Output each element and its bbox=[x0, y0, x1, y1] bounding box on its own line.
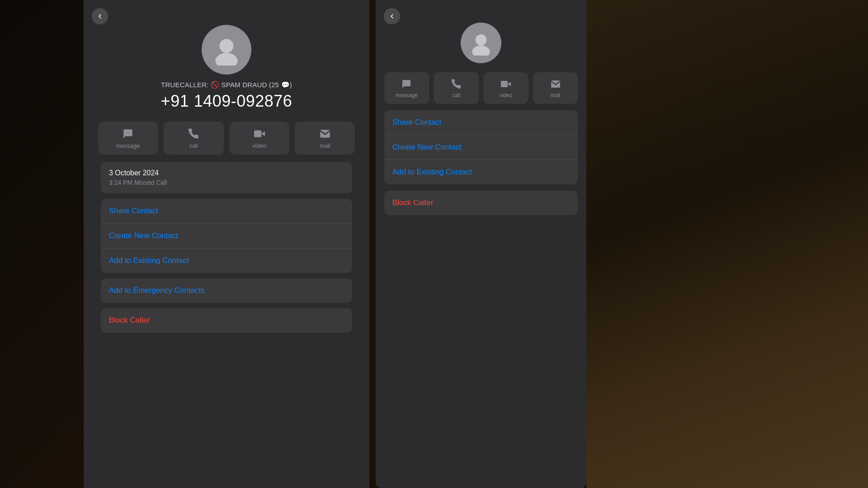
svg-rect-7 bbox=[501, 81, 508, 87]
video-button-left[interactable]: video bbox=[229, 122, 289, 155]
phone-panel-right: message call video mail Share Contact Cr… bbox=[376, 0, 586, 488]
create-new-contact-left[interactable]: Create New Contact bbox=[101, 224, 352, 249]
share-contact-left[interactable]: Share Contact bbox=[101, 199, 352, 224]
action-buttons-left: message call video mail bbox=[98, 122, 355, 155]
call-log: 3 October 2024 3:24 PM Missed Call bbox=[101, 162, 352, 193]
video-label-left: video bbox=[252, 142, 266, 149]
contact-actions-group-left: Share Contact Create New Contact Add to … bbox=[101, 199, 352, 273]
message-button-right[interactable]: message bbox=[384, 72, 429, 104]
action-buttons-right: message call video mail bbox=[384, 72, 578, 104]
call-label-left: call bbox=[189, 142, 198, 149]
svg-marker-6 bbox=[508, 82, 511, 86]
call-time-status: 3:24 PM Missed Call bbox=[109, 179, 344, 186]
block-caller-group-right: Block Caller bbox=[384, 191, 578, 215]
mail-label-left: mail bbox=[320, 142, 330, 149]
create-new-contact-right[interactable]: Create New Contact bbox=[384, 135, 578, 160]
back-button-left[interactable] bbox=[92, 8, 108, 24]
mail-button-right[interactable]: mail bbox=[533, 72, 578, 104]
panel-gap bbox=[369, 0, 373, 488]
back-button-right[interactable] bbox=[384, 8, 400, 24]
svg-point-5 bbox=[472, 46, 490, 56]
missed-call-label: Missed Call bbox=[134, 179, 167, 186]
call-time: 3:24 PM bbox=[109, 179, 132, 186]
call-button-right[interactable]: call bbox=[434, 72, 479, 104]
svg-point-0 bbox=[220, 39, 234, 53]
avatar-right bbox=[461, 23, 501, 63]
phone-panel-left: TRUECALLER: 🚫 SPAM DRAUD (25 💬) +91 1409… bbox=[84, 0, 369, 488]
svg-point-4 bbox=[476, 34, 487, 46]
message-label-left: message bbox=[116, 142, 140, 149]
spam-label: TRUECALLER: 🚫 SPAM DRAUD (25 💬) bbox=[161, 81, 292, 89]
video-button-right[interactable]: video bbox=[483, 72, 528, 104]
phone-number: +91 1409-092876 bbox=[161, 92, 292, 111]
avatar-left bbox=[202, 25, 251, 75]
call-date: 3 October 2024 bbox=[109, 169, 344, 177]
call-button-left[interactable]: call bbox=[164, 122, 224, 155]
call-label-right: call bbox=[452, 92, 460, 99]
svg-rect-3 bbox=[254, 130, 261, 137]
svg-marker-2 bbox=[261, 131, 265, 136]
add-existing-contact-left[interactable]: Add to Existing Contact bbox=[101, 249, 352, 273]
block-caller-right[interactable]: Block Caller bbox=[384, 191, 578, 215]
video-label-right: video bbox=[500, 92, 513, 99]
mail-label-right: mail bbox=[551, 92, 561, 99]
background-right bbox=[586, 0, 868, 488]
block-caller-left[interactable]: Block Caller bbox=[101, 308, 352, 333]
emergency-contacts-group: Add to Emergency Contacts bbox=[101, 278, 352, 303]
block-caller-group-left: Block Caller bbox=[101, 308, 352, 333]
message-button-left[interactable]: message bbox=[98, 122, 158, 155]
contact-actions-group-right: Share Contact Create New Contact Add to … bbox=[384, 110, 578, 184]
add-existing-contact-right[interactable]: Add to Existing Contact bbox=[384, 160, 578, 184]
background-left bbox=[0, 0, 84, 488]
add-emergency-contacts[interactable]: Add to Emergency Contacts bbox=[101, 278, 352, 303]
share-contact-right[interactable]: Share Contact bbox=[384, 110, 578, 135]
svg-point-1 bbox=[216, 53, 238, 66]
message-label-right: message bbox=[396, 92, 418, 99]
mail-button-left[interactable]: mail bbox=[295, 122, 355, 155]
